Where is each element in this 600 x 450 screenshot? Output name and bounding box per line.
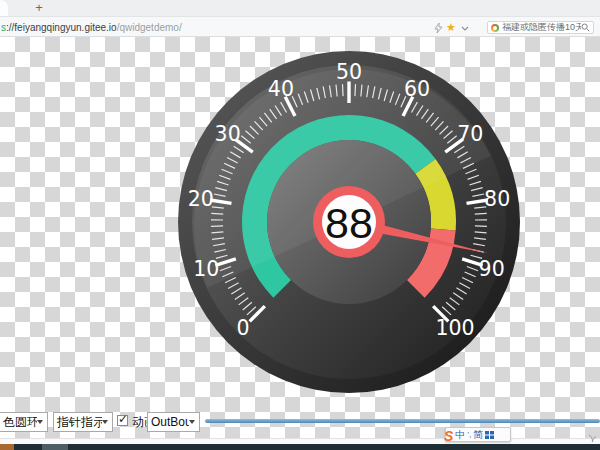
- gauge-minor-tick: [475, 213, 487, 214]
- gauge-scale-label: 70: [457, 122, 483, 146]
- url-path: /qwidgetdemo/: [117, 22, 182, 33]
- screen: + s://feiyangqingyun.gitee.io/qwidgetdem…: [0, 0, 600, 450]
- magnifier-icon[interactable]: [581, 23, 590, 32]
- gauge-scale-label: 40: [268, 77, 294, 101]
- ime-lang-mode[interactable]: 中: [455, 429, 465, 441]
- value-slider[interactable]: [205, 419, 600, 423]
- active-tab-edge[interactable]: [0, 0, 8, 16]
- taskbar[interactable]: [0, 444, 600, 450]
- ring-style-value: 色圆环: [0, 414, 37, 431]
- chevron-down-icon[interactable]: [461, 26, 469, 31]
- search-suggestion-text: 福建或隐匿传播10天: [502, 21, 581, 34]
- ime-bar[interactable]: S 中 ’, 简: [445, 427, 511, 442]
- pointer-style-value: 指针指示器: [54, 414, 102, 431]
- pointer-style-select[interactable]: 指针指示器: [53, 412, 113, 432]
- gauge-scale-label: 0: [236, 316, 249, 340]
- taskbar-item-light[interactable]: [42, 444, 68, 450]
- new-tab-button[interactable]: +: [31, 1, 47, 15]
- gauge-widget: 0102030405060708090100 88: [176, 49, 522, 395]
- sogou-logo-icon[interactable]: S: [444, 429, 453, 443]
- gauge-scale-label: 90: [479, 257, 505, 281]
- page-content: 0102030405060708090100 88 色圆环 指针指示器 ✓ 动画…: [0, 37, 600, 438]
- gauge-minor-tick: [355, 84, 356, 96]
- favorite-star-icon[interactable]: ★: [446, 20, 456, 34]
- gauge-scale-label: 30: [215, 122, 241, 146]
- url-host: ://feiyangqingyun.gitee.io: [6, 22, 117, 33]
- ime-charset-mode[interactable]: 简: [473, 429, 483, 441]
- gauge-scale-label: 10: [193, 257, 219, 281]
- search-engine-logo-icon: [491, 24, 499, 32]
- browser-tab-bar: +: [0, 0, 600, 17]
- gauge-scale-label: 20: [188, 187, 214, 211]
- easing-select[interactable]: OutBounce: [147, 412, 200, 432]
- combo-arrow-icon: [189, 420, 195, 424]
- search-box[interactable]: 福建或隐匿传播10天: [487, 21, 594, 34]
- combo-arrow-icon: [37, 420, 43, 424]
- browser-toolbar: s://feiyangqingyun.gitee.io/qwidgetdemo/…: [0, 17, 600, 37]
- checkmark-icon: ✓: [118, 412, 128, 426]
- gauge-scale-label: 80: [484, 187, 510, 211]
- ring-style-select[interactable]: 色圆环: [0, 412, 48, 432]
- gauge-value: 88: [325, 199, 373, 247]
- taskbar-item-orange[interactable]: [0, 444, 14, 450]
- animation-checkbox[interactable]: ✓: [117, 415, 128, 426]
- ime-punct-mode[interactable]: ’,: [467, 430, 471, 439]
- gauge-scale-label: 100: [435, 316, 474, 340]
- address-bar[interactable]: s://feiyangqingyun.gitee.io/qwidgetdemo/: [1, 22, 182, 33]
- gauge-scale-label: 60: [404, 77, 430, 101]
- easing-value: OutBounce: [148, 415, 189, 429]
- gauge-minor-tick: [211, 213, 223, 214]
- desktop-deco-icon: [588, 433, 597, 443]
- combo-arrow-icon: [102, 420, 108, 424]
- flash-icon[interactable]: [434, 23, 443, 33]
- gauge-minor-tick: [343, 84, 344, 96]
- ime-keyboard-icon[interactable]: [485, 431, 494, 439]
- gauge-scale-label: 50: [336, 60, 362, 84]
